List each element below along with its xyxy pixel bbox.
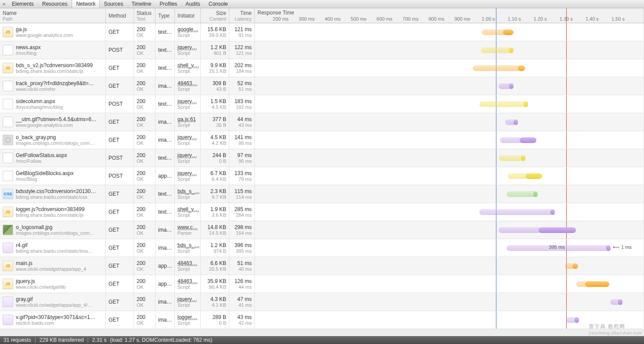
size: 2.3 KB <box>210 188 226 194</box>
initiator-link[interactable]: shell_v… <box>177 206 198 212</box>
header-initiator[interactable]: Initiator <box>175 8 201 23</box>
initiator-type: Script <box>177 122 198 128</box>
status-text: OK <box>137 104 152 110</box>
timeline-cell: 395 ms⟵ 1 ms <box>255 239 644 257</box>
header-size[interactable]: SizeContent <box>201 8 229 23</box>
timing-bar-content <box>533 191 538 197</box>
request-row[interactable]: news.aspx/mvc/blog POST 200OK text… jque… <box>0 41 644 59</box>
header-status[interactable]: StatusText <box>134 8 156 23</box>
content-size: 974 B <box>213 248 226 254</box>
header-time[interactable]: TimeLatency <box>229 8 255 23</box>
tab-profiles[interactable]: Profiles <box>156 0 181 8</box>
request-row[interactable]: __utm.gif?utmwv=5.4.5&utms=6…www.google-… <box>0 113 644 131</box>
request-row[interactable]: JSlogger.js?cdnversion=383499bdimg.share… <box>0 203 644 221</box>
size: 244 B <box>213 152 226 158</box>
status-text: OK <box>137 248 152 254</box>
request-row[interactable]: JSjquery.jswww.clicki.cn/widget/lib GET … <box>0 275 644 293</box>
request-row[interactable]: o_back_gray.pngimages.cnblogs.com/cnblog… <box>0 131 644 149</box>
status-code: 200 <box>137 206 152 212</box>
size: 377 B <box>213 116 226 122</box>
timing-bar-latency <box>499 227 541 233</box>
status-text: OK <box>137 212 152 218</box>
request-row[interactable]: track_proxy?rf=dldnzqbey8&tt=…www.clicki… <box>0 77 644 95</box>
method: GET <box>109 119 131 125</box>
latency: 184 ms <box>236 68 252 74</box>
timing-bar-latency <box>473 65 521 71</box>
header-type[interactable]: Type <box>156 8 175 23</box>
timing-bar-latency <box>507 191 536 197</box>
size: 6.6 KB <box>210 260 226 266</box>
initiator-link[interactable]: shell_v… <box>177 62 198 68</box>
initiator-link[interactable]: jquery… <box>177 170 198 176</box>
request-row[interactable]: o_logosmall.jpgimages.cnblogs.com/cnblog… <box>0 221 644 239</box>
tab-sources[interactable]: Sources <box>100 0 127 8</box>
content-size: 901 B <box>213 50 226 56</box>
initiator-link[interactable]: jquery… <box>177 152 198 158</box>
request-row[interactable]: JSbds_s_v2.js?cdnversion=383499bdimg.sha… <box>0 59 644 77</box>
tab-console[interactable]: Console <box>205 0 232 8</box>
domcontentloaded-line <box>496 77 496 95</box>
header-timeline[interactable]: Response Time200 ms300 ms400 ms500 ms600… <box>255 8 644 23</box>
initiator-link[interactable]: google… <box>177 26 198 32</box>
timeline-cell <box>255 185 644 203</box>
initiator-link[interactable]: jquery… <box>177 98 198 104</box>
request-row[interactable]: GetFollowStatus.aspx/mvc/Follow POST 200… <box>0 149 644 167</box>
timeline-cell <box>255 77 644 95</box>
request-row[interactable]: GetBlogSideBlocks.aspx/mvc/Blog POST 200… <box>0 167 644 185</box>
initiator-link[interactable]: jquery… <box>177 134 198 140</box>
header-method[interactable]: Method <box>106 8 134 23</box>
request-name: GetFollowStatus.aspx <box>16 152 103 158</box>
status-code: 200 <box>137 98 152 104</box>
request-path: images.cnblogs.com/cnblogs_com… <box>16 140 103 146</box>
tab-resources[interactable]: Resources <box>38 0 72 8</box>
initiator-link[interactable]: jquery… <box>177 44 198 50</box>
request-row[interactable]: gray.gifwww.clicki.cn/widget/apps/app_4/… <box>0 293 644 311</box>
load-line <box>566 113 567 131</box>
timing-bar-content <box>575 317 579 323</box>
timeline-cell <box>255 113 644 131</box>
header-name[interactable]: NamePath <box>0 8 106 23</box>
type: ima… <box>158 83 172 89</box>
tab-timeline[interactable]: Timeline <box>127 0 156 8</box>
request-row[interactable]: sidecolumn.aspx/brycezhang/mvc/blog POST… <box>0 95 644 113</box>
close-icon[interactable]: × <box>0 1 8 7</box>
time: 298 ms <box>235 224 252 230</box>
request-row[interactable]: r4.gifbdimg.share.baidu.com/static/ima… … <box>0 239 644 257</box>
request-row[interactable]: JSmain.jswww.clicki.cn/widget/apps/app_4… <box>0 257 644 275</box>
size: 309 B <box>213 80 226 86</box>
initiator-link[interactable]: bds_s_… <box>177 188 198 194</box>
initiator-link[interactable]: logger… <box>177 314 198 320</box>
domcontentloaded-line <box>496 275 496 293</box>
initiator-link[interactable]: www.c… <box>177 224 198 230</box>
type: ima… <box>158 227 172 233</box>
request-row[interactable]: JSga.jswww.google-analytics.com GET 200O… <box>0 23 644 41</box>
request-path: /brycezhang/mvc/blog <box>16 104 103 110</box>
timeline-cell <box>255 149 644 167</box>
request-name: GetBlogSideBlocks.aspx <box>16 170 103 176</box>
latency: 96 ms <box>239 158 252 164</box>
request-row[interactable]: CSSbdsstyle.css?cdnversion=20130…bdimg.s… <box>0 185 644 203</box>
tab-network[interactable]: Network <box>72 0 100 8</box>
time: 52 ms <box>237 80 252 86</box>
initiator-type: Script <box>177 32 198 38</box>
initiator-link[interactable]: 48463… <box>177 278 198 284</box>
status-requests: 31 requests <box>4 337 31 343</box>
initiator-link[interactable]: jquery… <box>177 296 198 302</box>
latency: 121 ms <box>236 50 252 56</box>
request-name: ga.js <box>16 26 103 32</box>
request-name: bds_s_v2.js?cdnversion=383499 <box>16 62 103 68</box>
type: ima… <box>158 245 172 251</box>
load-line <box>566 41 567 59</box>
request-name: bdsstyle.css?cdnversion=20130… <box>16 188 103 194</box>
initiator-link[interactable]: bds_s_… <box>177 242 198 248</box>
initiator-link[interactable]: 48463… <box>177 260 198 266</box>
initiator-link[interactable]: 48463… <box>177 80 198 86</box>
request-row[interactable]: v.gif?pid=307&type=3071&sc=1…nsclick.bai… <box>0 311 644 329</box>
tab-elements[interactable]: Elements <box>8 0 38 8</box>
tab-audits[interactable]: Audits <box>181 0 204 8</box>
network-request-list[interactable]: 查字典 教程网jiaocheng.chazidian.com JSga.jsww… <box>0 23 644 336</box>
timing-label: ⟵ 1 ms <box>613 244 632 250</box>
type: text… <box>158 191 172 197</box>
initiator-link[interactable]: ga.js:61 <box>177 116 198 122</box>
timing-bar-latency <box>479 101 527 107</box>
